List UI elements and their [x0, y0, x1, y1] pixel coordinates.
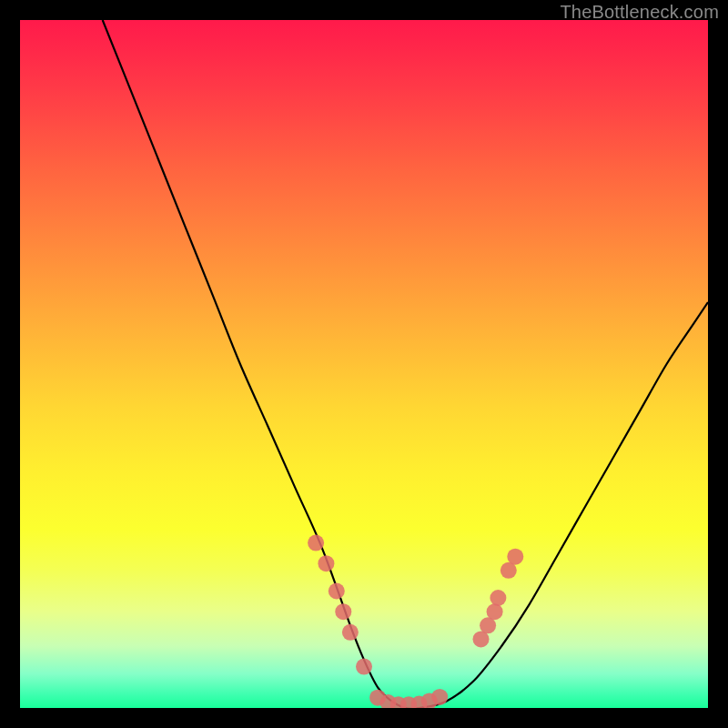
marker-dot: [356, 659, 372, 675]
marker-dot: [487, 603, 503, 620]
marker-dot: [335, 603, 351, 620]
chart-frame: TheBottleneck.com: [0, 0, 728, 728]
marker-cluster-right: [473, 549, 524, 648]
chart-svg: [20, 20, 708, 708]
watermark-text: TheBottleneck.com: [560, 2, 719, 23]
curve-line: [103, 20, 708, 708]
marker-dot: [329, 583, 345, 600]
marker-dot: [308, 535, 324, 551]
marker-dot: [318, 555, 334, 571]
marker-dot: [490, 590, 506, 606]
marker-dot: [431, 689, 448, 705]
marker-dot: [342, 624, 359, 641]
marker-cluster-valley: [369, 689, 448, 708]
bottleneck-curve: [103, 20, 708, 708]
marker-cluster-left: [308, 535, 372, 675]
plot-area: [20, 20, 708, 708]
marker-dot: [507, 549, 523, 565]
